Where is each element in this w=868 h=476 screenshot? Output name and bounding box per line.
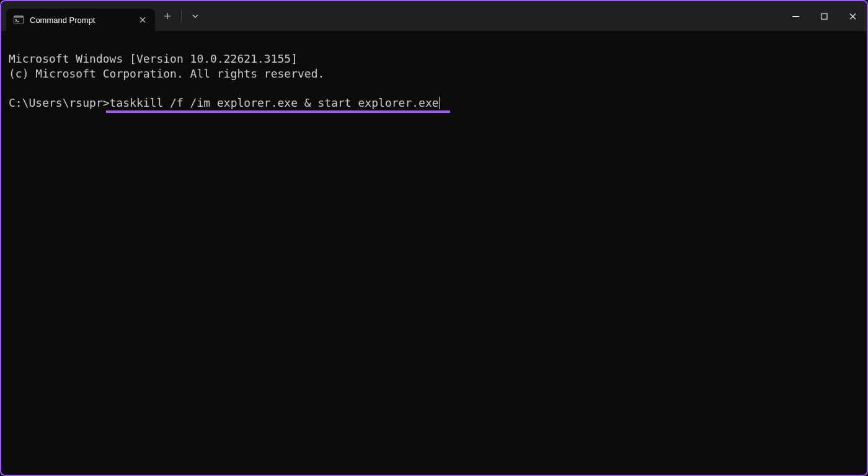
copyright-line: (c) Microsoft Corporation. All rights re… [9, 67, 324, 80]
cmd-icon [14, 15, 24, 25]
new-tab-button[interactable] [155, 1, 180, 31]
titlebar: Command Prompt [1, 1, 867, 31]
maximize-button[interactable] [810, 1, 838, 31]
tab-dropdown-button[interactable] [183, 1, 208, 31]
text-cursor [439, 97, 440, 109]
terminal-output[interactable]: Microsoft Windows [Version 10.0.22621.31… [1, 31, 867, 475]
typed-command: taskkill /f /im explorer.exe & start exp… [110, 96, 439, 109]
close-button[interactable] [838, 1, 867, 31]
minimize-button[interactable] [781, 1, 810, 31]
version-line: Microsoft Windows [Version 10.0.22621.31… [9, 52, 298, 65]
tab-close-button[interactable] [136, 14, 149, 26]
tab-command-prompt[interactable]: Command Prompt [6, 9, 155, 31]
divider [181, 10, 182, 22]
titlebar-drag-region[interactable] [208, 1, 781, 31]
prompt-path: C:\Users\rsupr> [9, 96, 110, 109]
prompt-line: C:\Users\rsupr>taskkill /f /im explorer.… [9, 96, 440, 109]
window-controls [781, 1, 867, 31]
svg-rect-1 [14, 16, 24, 18]
tab-strip: Command Prompt [1, 1, 155, 31]
tab-title: Command Prompt [30, 16, 130, 25]
svg-rect-4 [822, 14, 827, 19]
command-highlight-underline [106, 110, 450, 113]
